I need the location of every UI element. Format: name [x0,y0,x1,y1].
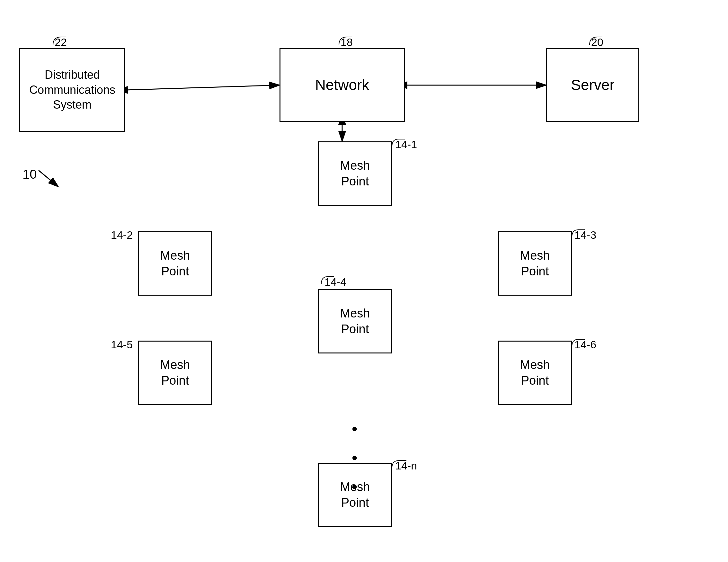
svg-line-3 [126,85,279,90]
mp5-ref: 14-5 [111,338,133,351]
diagram-container: 10 Distributed Communications System 22 … [0,0,728,562]
mp4-label: MeshPoint [340,306,370,337]
server-label: Server [571,76,614,95]
mp6-box: MeshPoint [498,341,572,405]
svg-line-6 [39,170,58,186]
server-bracket [586,35,606,48]
network-label: Network [315,76,369,95]
mp2-label: MeshPoint [160,248,190,280]
mp4-box: MeshPoint [318,289,392,353]
mp6-label: MeshPoint [520,357,550,389]
network-box: Network [280,48,405,122]
mp5-label: MeshPoint [160,357,190,389]
mp6-bracket [570,338,586,349]
mp1-bracket [390,138,406,149]
mp2-ref: 14-2 [111,229,133,241]
dcs-bracket [50,35,69,48]
dcs-label: Distributed Communications System [20,67,124,112]
mp1-label: MeshPoint [340,158,370,190]
dcs-box: Distributed Communications System [19,48,125,132]
mp4-bracket [320,275,336,286]
figure-arrow [29,167,67,193]
network-bracket [336,35,355,48]
mp2-box: MeshPoint [138,231,212,296]
mp1-box: MeshPoint [318,141,392,206]
mpn-bracket [390,459,408,470]
mp3-box: MeshPoint [498,231,572,296]
mp3-bracket [570,228,586,239]
continuation-dots: ••• [352,415,360,501]
server-box: Server [546,48,639,122]
mp5-box: MeshPoint [138,341,212,405]
mp3-label: MeshPoint [520,248,550,280]
